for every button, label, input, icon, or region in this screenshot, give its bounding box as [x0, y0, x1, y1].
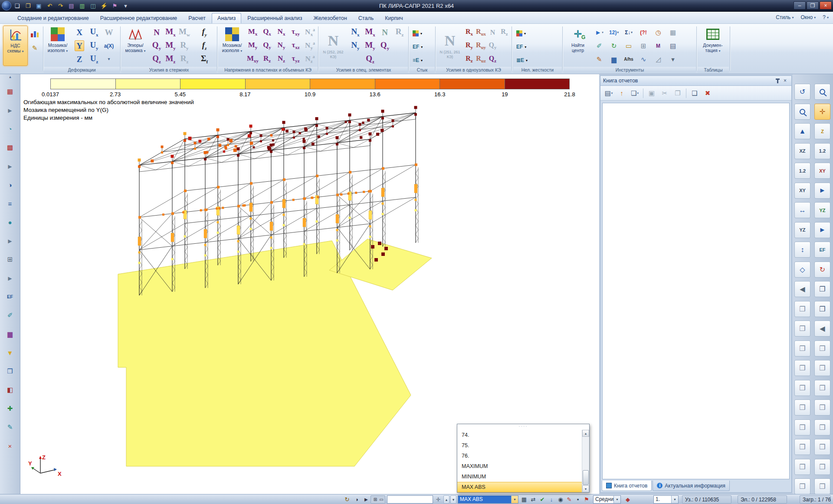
result-z-button[interactable]: Z — [75, 54, 84, 64]
expand-icon[interactable]: ► — [3, 160, 16, 172]
probe-icon[interactable]: ✐ — [597, 42, 602, 50]
view-cube-icon[interactable]: ❒ — [814, 419, 830, 435]
result-qz-button[interactable]: Qz — [488, 54, 498, 64]
ratio-icon[interactable]: A/hs — [624, 57, 633, 62]
result-uy-button[interactable]: Uy — [89, 40, 99, 52]
ribbon-tab-8[interactable]: Кирпич — [380, 13, 408, 23]
result-ux-button[interactable]: Ux — [89, 26, 99, 38]
pen-icon[interactable]: ✎ — [3, 421, 16, 433]
scale-icon[interactable]: 1.2 — [814, 143, 830, 159]
averaging-combo[interactable]: Средни ▼ — [593, 495, 621, 504]
brush-icon[interactable]: ✐ — [3, 309, 16, 321]
stiffness-view-icon[interactable]: EF — [814, 242, 830, 258]
result-fy-button[interactable]: fy — [200, 26, 208, 38]
target-icon[interactable]: ◉ — [556, 495, 565, 504]
wave-icon[interactable]: ∿ — [641, 56, 646, 63]
preview-icon[interactable]: ▤▾ — [603, 88, 614, 99]
dropdown-item[interactable]: MINIMUM — [457, 471, 582, 482]
update-icon[interactable]: ↻ — [343, 495, 351, 504]
view-cube-icon[interactable]: ❒ — [814, 380, 830, 396]
chart-icon[interactable]: ▆ — [3, 328, 16, 340]
result-rz-button[interactable]: Rz — [262, 54, 272, 64]
result-nx-button[interactable]: Nx — [350, 26, 361, 38]
ribbon-tab-1[interactable]: Создание и редактирование — [12, 13, 94, 23]
view-cube-icon[interactable]: ❒ — [794, 399, 810, 416]
keyboard-icon[interactable]: ▦ — [520, 495, 528, 504]
close-panel-icon[interactable]: × — [781, 77, 789, 84]
hand-icon[interactable]: ✛ — [434, 495, 443, 504]
flag-icon[interactable]: ⚑ — [582, 495, 591, 504]
play-icon[interactable]: ► — [362, 495, 371, 504]
result-my-button[interactable]: My — [364, 40, 376, 52]
result-qy-button[interactable]: Qy — [488, 41, 498, 51]
ruler-toggle-icon[interactable]: ▭ — [378, 495, 384, 504]
popup-scrollbar[interactable]: ▲ ▼ — [582, 430, 589, 492]
result-mx-button[interactable]: Mx — [164, 26, 177, 38]
result-y-button[interactable]: Y — [75, 40, 84, 51]
delete-icon[interactable]: ✖ — [702, 88, 713, 99]
view-cube-icon[interactable]: ❒ — [794, 360, 810, 376]
result-w-button[interactable]: W — [104, 27, 115, 37]
close-fragment-icon[interactable]: × — [3, 440, 16, 452]
scrollbar-thumb[interactable] — [583, 470, 589, 485]
dimension-icon[interactable]: 12)▾ — [609, 29, 619, 36]
stack-button-3[interactable]: ≡E▾ — [411, 54, 424, 66]
zoom-in-icon[interactable]: ▲ — [794, 123, 810, 139]
view-cube-icon[interactable]: ❒ — [814, 478, 830, 494]
paste-icon[interactable]: ❑ — [689, 88, 700, 99]
cube-icon[interactable]: ❒ — [814, 301, 830, 317]
next-icon[interactable]: ► — [814, 183, 830, 199]
stack-button-1[interactable]: ▾ — [411, 27, 424, 39]
minimize-button[interactable]: – — [794, 1, 806, 10]
result-rz-button[interactable]: Rz — [499, 27, 509, 37]
edit-scheme-button[interactable]: ✎ — [29, 42, 41, 54]
result-mx-button[interactable]: Mx — [364, 26, 376, 38]
history-icon[interactable]: ◷ — [655, 29, 661, 36]
expand-icon[interactable]: ► — [3, 235, 16, 247]
result-n-button[interactable]: N — [152, 27, 161, 37]
expand-icon[interactable]: ► — [3, 104, 16, 116]
scroll-up-icon[interactable]: ▲ — [582, 430, 589, 437]
pan-v-icon[interactable]: ↕ — [794, 242, 810, 258]
edit-flag-icon[interactable]: ✎ — [565, 495, 574, 504]
result-fz-button[interactable]: fz — [201, 40, 208, 52]
isometry-icon[interactable]: ◇ — [794, 262, 810, 278]
dropdown-item[interactable]: 75. — [457, 440, 582, 451]
pages-icon[interactable]: ❐ — [814, 281, 830, 297]
toolbar-grip-icon[interactable]: ▲ — [0, 75, 20, 79]
result-σf-button[interactable]: Σf — [200, 53, 209, 65]
fragment-icon[interactable]: ▦ — [3, 85, 16, 98]
export-icon[interactable]: ↑ — [616, 88, 627, 99]
dropdown-item[interactable]: MAX ABS — [457, 482, 582, 492]
load-case-combo[interactable]: 1. ▼ — [653, 495, 679, 504]
z-axis-icon[interactable]: Z — [814, 123, 830, 139]
result-mw-button[interactable]: Mw — [177, 26, 191, 38]
result-ny-button[interactable]: Nya — [304, 40, 316, 51]
view-xz-button[interactable]: XZ — [794, 143, 810, 159]
swap-icon[interactable]: ⇄ — [529, 495, 538, 504]
dot-icon[interactable]: ▪ — [574, 495, 582, 504]
zoom-icon[interactable] — [814, 84, 830, 100]
pin-icon[interactable] — [774, 77, 781, 84]
halfview-icon[interactable]: ◧ — [3, 384, 16, 396]
result-ny-button[interactable]: Ny — [276, 40, 287, 51]
result-x-button[interactable]: X — [75, 27, 84, 37]
result-rx-button[interactable]: Rx — [464, 27, 474, 37]
restore-button[interactable]: ❐ — [807, 1, 819, 10]
moment-icon[interactable]: M — [656, 43, 660, 49]
section-icon[interactable]: ◑ — [3, 179, 16, 191]
result-mz-button[interactable]: Mz — [164, 53, 177, 65]
apply-icon[interactable]: ✔ — [538, 495, 547, 504]
nds-schemes-button[interactable]: НДСсхемы ▾ — [3, 26, 28, 66]
stack-button-2[interactable]: EF▾ — [411, 41, 424, 53]
view-cube-icon[interactable]: ❒ — [814, 340, 830, 357]
ribbon-tab-4[interactable]: Анализ — [212, 13, 241, 23]
report-content[interactable] — [602, 103, 790, 479]
quick-input[interactable] — [387, 495, 433, 504]
result-qy-button[interactable]: Qy — [262, 40, 272, 51]
sphere-icon[interactable]: ● — [3, 216, 16, 228]
result-qy-button[interactable]: Qy — [379, 40, 390, 52]
next-icon[interactable]: ► — [814, 222, 830, 238]
spin-down-icon[interactable]: ▾ — [450, 495, 456, 504]
grid-toggle-icon[interactable]: ⊞ — [372, 495, 378, 504]
